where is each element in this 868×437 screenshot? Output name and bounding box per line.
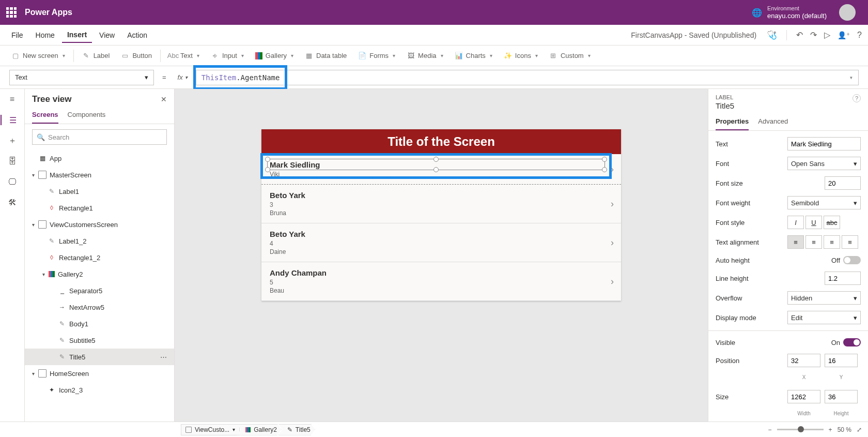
breadcrumb-title5[interactable]: ✎Title5 — [278, 424, 315, 435]
tree-node-rectangle1[interactable]: ◊Rectangle1 — [25, 200, 174, 216]
strike-button[interactable]: abc — [824, 216, 840, 229]
user-avatar[interactable] — [839, 4, 856, 21]
play-icon[interactable]: ▷ — [824, 30, 830, 40]
zoom-in-button[interactable]: + — [829, 426, 832, 433]
chevron-right-icon[interactable]: › — [611, 199, 614, 209]
size-height-input[interactable] — [825, 390, 858, 403]
zoom-slider[interactable] — [777, 429, 824, 430]
visible-toggle[interactable] — [843, 338, 861, 346]
tree-node-gallery2[interactable]: ▾Gallery2 — [25, 266, 174, 282]
size-width-input[interactable] — [787, 390, 820, 403]
prop-text-input[interactable] — [787, 137, 861, 150]
align-center-button[interactable]: ≡ — [805, 235, 822, 249]
chevron-down-icon[interactable]: ▾ — [849, 74, 853, 81]
tree-node-nextarrow5[interactable]: →NextArrow5 — [25, 299, 174, 315]
align-left-button[interactable]: ≡ — [787, 235, 804, 249]
canvas-gallery[interactable]: Mark Siedling Viki › Beto Yark 3 Bruna ›… — [261, 154, 621, 301]
tree-node-label1[interactable]: ✎Label1 — [25, 183, 174, 200]
align-justify-button[interactable]: ≡ — [842, 235, 858, 249]
prop-fontweight-select[interactable]: Semibold▾ — [787, 196, 861, 209]
tools-icon[interactable]: 🛠 — [7, 198, 18, 208]
prop-key-font: Font — [716, 160, 787, 168]
menu-file[interactable]: File — [6, 28, 28, 42]
tab-advanced[interactable]: Advanced — [758, 113, 788, 130]
fit-to-window-button[interactable]: ⤢ — [857, 426, 862, 433]
formula-input[interactable]: ThisItem.AgentName ▾ — [196, 70, 859, 85]
gallery-item[interactable]: Beto Yark 3 Bruna › — [261, 185, 621, 223]
icons-button[interactable]: ✨Icons▾ — [499, 49, 543, 63]
canvas-area[interactable]: Title of the Screen Mark Siedling Viki › — [175, 89, 708, 421]
data-icon[interactable]: 🗄 — [7, 156, 18, 167]
undo-icon[interactable]: ↶ — [796, 30, 803, 40]
menu-home[interactable]: Home — [30, 28, 60, 42]
fx-label[interactable]: fx ▾ — [175, 73, 191, 81]
tree-node-masterscreen[interactable]: ▾MasterScreen — [25, 167, 174, 183]
help-icon[interactable]: ? — [853, 94, 861, 102]
align-right-button[interactable]: ≡ — [824, 235, 840, 249]
prop-font-select[interactable]: Open Sans▾ — [787, 157, 861, 170]
gallery-item[interactable]: Beto Yark 4 Daine › — [261, 223, 621, 262]
insert-icon[interactable]: ＋ — [7, 135, 18, 146]
prop-displaymode-select[interactable]: Edit▾ — [787, 311, 861, 324]
tree-node-app[interactable]: ▦App — [25, 150, 174, 167]
environment-label[interactable]: Environment enayu.com (default) — [767, 5, 827, 20]
media-button[interactable]: 🖼Media▾ — [401, 49, 448, 63]
position-y-input[interactable] — [825, 354, 858, 367]
label-button[interactable]: ✎Label — [77, 49, 115, 63]
prop-fontsize-input[interactable] — [825, 176, 861, 190]
text-button[interactable]: AbcText▾ — [164, 49, 205, 63]
position-x-input[interactable] — [787, 354, 820, 367]
new-screen-button[interactable]: ▢New screen▾ — [6, 49, 70, 63]
autoheight-toggle[interactable] — [843, 256, 861, 264]
menu-insert[interactable]: Insert — [62, 27, 92, 43]
chevron-right-icon[interactable]: › — [611, 276, 614, 287]
gallery-item[interactable]: Andy Champan 5 Beau › — [261, 262, 621, 301]
more-icon[interactable]: ⋯ — [160, 353, 168, 361]
charts-button[interactable]: 📊Charts▾ — [450, 49, 498, 63]
media-icon[interactable]: 🖵 — [7, 177, 18, 187]
hamburger-icon[interactable]: ≡ — [7, 94, 18, 104]
tree-view-icon[interactable]: ☰ — [1, 115, 24, 125]
tree-node-rectangle1-2[interactable]: ◊Rectangle1_2 — [25, 249, 174, 266]
prop-overflow-select[interactable]: Hidden▾ — [787, 291, 861, 305]
tab-screens[interactable]: Screens — [32, 107, 58, 124]
prop-lineheight-input[interactable] — [825, 272, 861, 285]
item-title: Mark Siedling — [270, 160, 613, 169]
app-checker-icon[interactable]: 🩺 — [767, 30, 777, 40]
button-button[interactable]: ▭Button — [116, 49, 157, 63]
control-type-label: LABEL — [716, 94, 861, 100]
tree-node-viewcustomers[interactable]: ▾ViewCustomersScreen — [25, 216, 174, 233]
canvas-screen[interactable]: Title of the Screen Mark Siedling Viki › — [261, 129, 621, 301]
menu-view[interactable]: View — [94, 28, 120, 42]
tab-components[interactable]: Components — [68, 107, 106, 124]
tree-node-body1[interactable]: ✎Body1 — [25, 315, 174, 332]
waffle-icon[interactable] — [6, 7, 17, 18]
breadcrumb-screen[interactable]: ViewCusto... ▾ — [181, 424, 240, 435]
redo-icon[interactable]: ↷ — [810, 30, 817, 40]
share-icon[interactable]: 👤⁺ — [838, 31, 850, 39]
underline-button[interactable]: U — [805, 216, 822, 229]
gallery-item[interactable]: Mark Siedling Viki › — [261, 154, 621, 185]
chevron-right-icon[interactable]: › — [611, 164, 614, 175]
italic-button[interactable]: I — [787, 216, 804, 229]
help-icon[interactable]: ? — [857, 31, 862, 40]
tree-node-separator5[interactable]: ⎯Separator5 — [25, 282, 174, 299]
menu-action[interactable]: Action — [122, 28, 152, 42]
tab-properties[interactable]: Properties — [716, 113, 749, 130]
input-button[interactable]: ⎆Input▾ — [206, 49, 249, 63]
close-icon[interactable]: ✕ — [161, 95, 167, 103]
tree-search-input[interactable]: 🔍 Search — [32, 129, 167, 145]
custom-button[interactable]: ⊞Custom▾ — [544, 49, 596, 63]
forms-button[interactable]: 📄Forms▾ — [353, 49, 400, 63]
tree-node-label1-2[interactable]: ✎Label1_2 — [25, 233, 174, 249]
zoom-out-button[interactable]: − — [768, 426, 772, 433]
breadcrumb-gallery[interactable]: Gallery2 — [237, 424, 282, 435]
tree-node-title5[interactable]: ✎Title5⋯ — [25, 349, 174, 365]
datatable-button[interactable]: ▦Data table — [300, 49, 352, 63]
property-dropdown[interactable]: Text ▾ — [9, 70, 154, 85]
tree-node-subtitle5[interactable]: ✎Subtitle5 — [25, 332, 174, 349]
tree-node-icon2-3[interactable]: ✦Icon2_3 — [25, 382, 174, 398]
chevron-right-icon[interactable]: › — [611, 237, 614, 248]
tree-node-homescreen[interactable]: ▾HomeScreen — [25, 365, 174, 382]
gallery-button[interactable]: Gallery▾ — [250, 49, 299, 63]
